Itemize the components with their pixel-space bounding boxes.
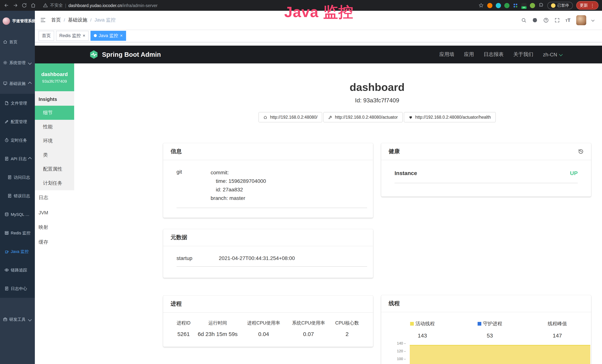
- breadcrumb-infra[interactable]: 基础设施: [68, 17, 87, 23]
- sba-nav-wall[interactable]: 应用墙: [439, 51, 454, 58]
- process-column-header: CPU核心数: [329, 320, 366, 326]
- sidebar-item-dev-tools[interactable]: 研发工具: [0, 309, 35, 330]
- address-bar[interactable]: 不安全 | dashboard.yudao.iocoder.cn/infra/a…: [43, 3, 158, 8]
- sba-nav-journal[interactable]: 日志报表: [484, 51, 504, 58]
- sidebar-item-mysql[interactable]: MySQL 监控: [0, 205, 35, 224]
- sba-nav-about[interactable]: 关于我们: [513, 51, 533, 58]
- sba-sidebar-item-jvm[interactable]: JVM: [35, 205, 74, 220]
- legend-item-live[interactable]: 活动线程: [389, 321, 456, 327]
- legend-item-daemon[interactable]: 守护进程: [456, 321, 524, 327]
- fullscreen-icon[interactable]: [554, 17, 560, 23]
- instance-link-actuator[interactable]: http://192.168.0.2:48080/actuator: [323, 112, 402, 122]
- sba-sidebar-item-metrics[interactable]: 性能: [35, 120, 74, 134]
- browser-chrome: 不安全 | dashboard.yudao.iocoder.cn/infra/a…: [0, 0, 602, 11]
- log-center-icon: [4, 286, 9, 291]
- sidebar-item-error-log[interactable]: 错误日志: [0, 187, 35, 205]
- sba-sidebar-item-classes[interactable]: 类: [35, 148, 74, 162]
- user-avatar[interactable]: [576, 15, 586, 25]
- sidebar-item-tracer[interactable]: 链路追踪: [0, 261, 35, 279]
- hamburger-icon[interactable]: [40, 17, 46, 23]
- chevron-down-icon: [28, 61, 32, 64]
- sidebar-item-file[interactable]: 文件管理: [0, 94, 35, 112]
- navbar-tools: TT: [521, 15, 597, 25]
- app-logo: 芋道管理系统: [0, 11, 35, 32]
- home-icon[interactable]: [30, 3, 36, 8]
- sidebar-item-access-log[interactable]: 访问日志: [0, 168, 35, 187]
- sidebar-item-config[interactable]: 配置管理: [0, 112, 35, 131]
- legend-color-icon: [477, 322, 481, 326]
- tab-home[interactable]: 首页: [39, 31, 54, 41]
- sidebar-item-job[interactable]: 定时任务: [0, 131, 35, 150]
- yudao-sidebar: 芋道管理系统 首页系统管理基础设施文件管理配置管理定时任务API 日志访问日志错…: [0, 11, 35, 364]
- instance-link-health[interactable]: http://192.168.0.2:48080/actuator/health: [404, 112, 495, 122]
- github-icon[interactable]: [532, 17, 538, 23]
- chevron-down-icon: [28, 317, 32, 321]
- instance-link-label: http://192.168.0.2:48080/actuator: [335, 115, 398, 119]
- chrome-menu-icon[interactable]: ⋮: [590, 3, 595, 8]
- breadcrumb-home[interactable]: 首页: [51, 17, 61, 23]
- sidebar-item-label: 文件管理: [11, 100, 27, 106]
- search-icon[interactable]: [521, 17, 527, 23]
- font-size-icon[interactable]: TT: [566, 18, 570, 22]
- sba-sidebar-item-scheduledtasks[interactable]: 计划任务: [35, 176, 74, 190]
- sidebar-item-label: 基础设施: [9, 81, 26, 86]
- browser-toolbar-right: on 已暂停 更新 ⋮: [478, 1, 598, 10]
- orange-circle-icon[interactable]: [487, 3, 493, 8]
- sba-sidebar-item-configprops[interactable]: 配置属性: [35, 162, 74, 176]
- instance-block[interactable]: dashboard 93a3fc7f7409: [35, 64, 74, 91]
- history-icon[interactable]: [578, 149, 584, 154]
- gear-icon: [3, 60, 7, 65]
- reload-icon[interactable]: [22, 3, 27, 8]
- sba-nav-applications[interactable]: 应用: [464, 51, 474, 58]
- y-axis-tick: 140: [381, 342, 406, 345]
- sidebar-item-log-center[interactable]: 日志中心: [0, 279, 35, 298]
- health-panel-body: Instance UP: [381, 160, 591, 197]
- help-icon[interactable]: [543, 17, 549, 23]
- sidebar-item-infra[interactable]: 基础设施: [0, 73, 35, 94]
- sba-sidebar-item-caches[interactable]: 缓存: [35, 235, 74, 250]
- tab-label: 首页: [42, 32, 51, 39]
- metadata-panel-body: startup 2021-04-27T00:44:31.254+08:00: [163, 246, 373, 278]
- java-icon: [4, 249, 9, 254]
- sba-sidebar-item-mappings[interactable]: 映射: [35, 220, 74, 235]
- legend-value-live: 143: [389, 332, 456, 339]
- close-icon[interactable]: ×: [120, 33, 123, 38]
- blue-grid-icon[interactable]: [513, 3, 518, 8]
- sidebar-item-system[interactable]: 系统管理: [0, 52, 35, 73]
- locale-select[interactable]: zh-CN: [543, 52, 562, 57]
- left-column: 信息 git commit:time: 1596289704000id: 27a…: [163, 143, 373, 347]
- live-threads-area: [410, 345, 590, 364]
- profile-paused-badge[interactable]: 已暂停: [547, 2, 573, 9]
- puzzle-icon[interactable]: [538, 3, 544, 8]
- sidebar-item-redis[interactable]: Redis 监控: [0, 224, 35, 242]
- sidebar-item-api-log[interactable]: API 日志: [0, 150, 35, 168]
- sidebar-item-home[interactable]: 首页: [0, 32, 35, 52]
- app-shell: 芋道管理系统 首页系统管理基础设施文件管理配置管理定时任务API 日志访问日志错…: [0, 11, 602, 364]
- infra-icon: [3, 81, 7, 86]
- sidebar-item-java[interactable]: Java 监控: [0, 242, 35, 261]
- forward-icon[interactable]: [13, 3, 18, 8]
- sba-sidebar-item-env[interactable]: 环境: [35, 134, 74, 148]
- chevron-down-icon[interactable]: [591, 19, 594, 22]
- sba-sidebar-item-details[interactable]: 细节: [35, 106, 74, 120]
- bookmark-star-icon[interactable]: [478, 3, 484, 8]
- legend-item-peak[interactable]: 线程峰值: [524, 321, 591, 327]
- address-divider: |: [65, 3, 66, 8]
- sba-sidebar-item-logfile[interactable]: 日志: [35, 190, 74, 205]
- y-axis-tick: 120: [381, 349, 406, 353]
- tab-redis[interactable]: Redis 监控×: [56, 31, 89, 41]
- leaf-icon[interactable]: [530, 3, 535, 8]
- info-line: branch: master: [211, 194, 367, 203]
- tab-java[interactable]: Java 监控×: [90, 31, 126, 41]
- instance-link-base[interactable]: http://192.168.0.2:48080/: [259, 112, 322, 122]
- teal-drop-icon[interactable]: [496, 3, 501, 8]
- close-icon[interactable]: ×: [83, 33, 85, 38]
- page-subtitle: Id: 93a3fc7f7409: [163, 97, 591, 104]
- green-circle-icon[interactable]: [504, 3, 509, 8]
- process-column-header: 运行时间: [196, 320, 239, 326]
- back-icon[interactable]: [4, 3, 9, 8]
- app-title: 芋道管理系统: [12, 19, 35, 24]
- wrench-icon: [328, 115, 332, 119]
- chrome-update-button[interactable]: 更新 ⋮: [576, 1, 598, 10]
- tampermonkey-on-icon[interactable]: on: [521, 3, 527, 8]
